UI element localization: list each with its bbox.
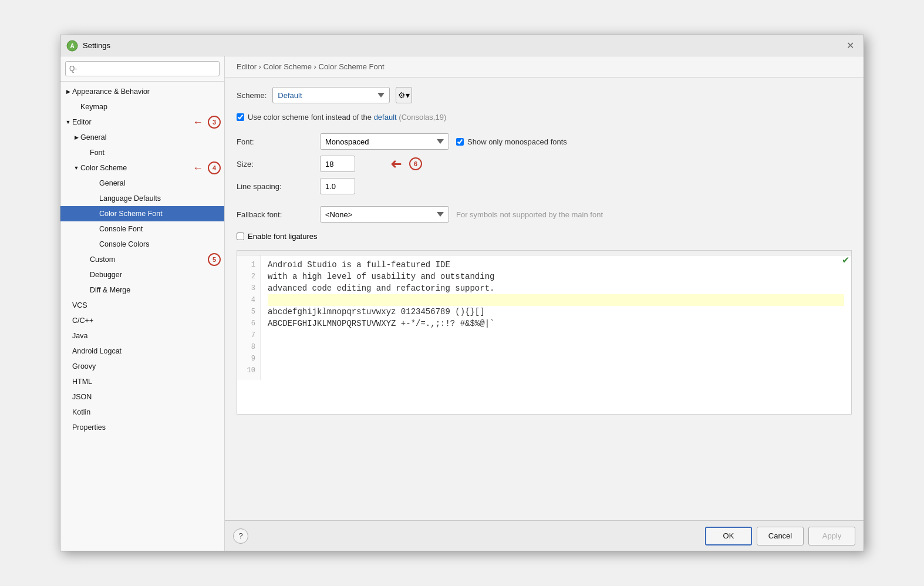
code-line [268,365,844,376]
toggle-icon: ▼ [72,165,80,171]
annotation-6-group: ➜ 6 [390,156,422,172]
sidebar: ▶ Appearance & Behavior Keymap ▼ Editor … [60,56,225,551]
sidebar-item-cs-langdefaults[interactable]: Language Defaults [60,191,224,206]
size-input[interactable] [320,156,355,172]
sidebar-item-label: HTML [72,378,221,386]
bottom-right: OK Cancel Apply [705,527,855,545]
show-monospaced-label: Show only monospaced fonts [467,137,567,146]
annotation-3: 3 [208,116,221,129]
sidebar-item-label: Console Colors [99,240,221,248]
breadcrumb-csfont: Color Scheme Font [319,62,385,71]
sidebar-item-properties[interactable]: Properties [60,420,224,435]
sidebar-item-cs-font[interactable]: Color Scheme Font [60,206,224,221]
code-content: Android Studio is a full-featured IDE wi… [261,255,851,380]
code-line [268,353,844,365]
scheme-label: Scheme: [237,91,267,100]
search-bar [60,56,224,82]
show-monospaced-checkbox[interactable] [456,138,464,146]
arrow-6-icon: ➜ [390,156,402,172]
code-line: advanced code editing and refactoring su… [268,282,844,294]
code-line: ABCDEFGHIJKLMNOPQRSTUVWXYZ +-*/=.,;:!? #… [268,318,844,329]
sidebar-item-groovy[interactable]: Groovy [60,359,224,374]
sidebar-item-consolefont[interactable]: Console Font [60,221,224,237]
line-num: 6 [237,318,260,329]
code-line [268,341,844,353]
sidebar-item-label: Console Font [99,225,221,233]
main-content: ▶ Appearance & Behavior Keymap ▼ Editor … [60,56,864,551]
sidebar-item-keymap[interactable]: Keymap [60,99,224,114]
ligatures-row: Enable font ligatures [237,232,852,241]
use-scheme-checkbox[interactable] [237,113,244,121]
sidebar-item-colorscheme[interactable]: ▼ Color Scheme ← 4 [60,160,224,176]
sidebar-item-label: General [99,179,221,187]
sidebar-item-label: General [80,133,221,142]
sidebar-item-kotlin[interactable]: Kotlin [60,405,224,420]
arrow-icon: ← [193,162,203,174]
toggle-icon: ▶ [64,89,72,95]
sidebar-item-font[interactable]: Font [60,145,224,160]
ligatures-label: Enable font ligatures [248,232,318,241]
sidebar-item-json[interactable]: JSON [60,389,224,405]
size-row: ➜ 6 [320,156,449,172]
sidebar-item-html[interactable]: HTML [60,374,224,389]
show-monospaced-row: Show only monospaced fonts [456,137,852,146]
sidebar-item-androidlogcat[interactable]: Android Logcat [60,343,224,359]
apply-button[interactable]: Apply [808,527,855,545]
cancel-button[interactable]: Cancel [757,527,804,545]
sidebar-item-debugger[interactable]: Debugger [60,267,224,282]
bottom-bar: ? OK Cancel Apply [225,520,864,551]
sidebar-item-label: Java [72,332,221,340]
line-num: 7 [237,329,260,341]
sidebar-item-label: C/C++ [72,316,221,325]
sidebar-item-diffmerge[interactable]: Diff & Merge [60,282,224,298]
size-label: Size: [237,160,313,169]
sidebar-item-label: Keymap [80,103,221,111]
sidebar-item-consolecolors[interactable]: Console Colors [60,237,224,252]
line-num: 3 [237,282,260,294]
bottom-left: ? [233,528,248,544]
code-line [268,329,844,341]
sidebar-item-label: Properties [72,423,221,432]
sidebar-item-cpp[interactable]: C/C++ [60,313,224,328]
search-input[interactable] [65,61,220,76]
fallback-select[interactable]: <None> [320,206,449,223]
line-num: 5 [237,306,260,318]
sidebar-item-label: VCS [72,301,221,309]
sidebar-item-label: Color Scheme Font [99,210,221,218]
breadcrumb-sep1: › [259,62,264,71]
sidebar-item-custom[interactable]: Custom 5 [60,252,224,267]
close-button[interactable]: ✕ [843,40,858,52]
use-scheme-label: Use color scheme font instead of the def… [248,113,446,122]
sidebar-item-general[interactable]: ▶ General [60,130,224,145]
preview-header [237,251,851,255]
line-num: 4 [237,294,260,306]
app-icon: A [66,40,78,52]
sidebar-item-vcs[interactable]: VCS [60,298,224,313]
default-link[interactable]: default [374,113,397,122]
font-select[interactable]: Monospaced [320,133,449,150]
preview-body: 1 2 3 4 5 6 7 8 9 10 Android Studi [237,255,851,380]
expand-preview-button[interactable]: ✔ [842,253,849,266]
form-grid: Font: Monospaced Show only monospaced fo… [237,133,852,194]
sidebar-item-cs-general[interactable]: General [60,176,224,191]
sidebar-item-label: Kotlin [72,408,221,416]
annotation-6: 6 [409,157,422,170]
scheme-row: Scheme: Default ⚙▾ [237,87,852,103]
arrow-icon: ← [193,116,203,129]
sidebar-item-editor[interactable]: ▼ Editor ← 3 [60,114,224,130]
sidebar-item-label: Editor [72,118,193,126]
sidebar-item-java[interactable]: Java [60,328,224,343]
sidebar-item-label: Appearance & Behavior [72,87,221,96]
sidebar-item-label: Diff & Merge [90,286,221,294]
sidebar-item-appearance[interactable]: ▶ Appearance & Behavior [60,84,224,99]
fallback-label: Fallback font: [237,210,313,219]
line-num: 1 [237,259,260,271]
ok-button[interactable]: OK [705,527,752,545]
line-spacing-input[interactable] [320,178,355,194]
help-button[interactable]: ? [233,528,248,544]
consolas-hint: (Consolas,19) [399,113,446,122]
title-bar-left: A Settings [66,40,110,52]
ligatures-checkbox[interactable] [237,233,244,240]
gear-button[interactable]: ⚙▾ [396,87,412,103]
scheme-select[interactable]: Default [272,87,390,103]
